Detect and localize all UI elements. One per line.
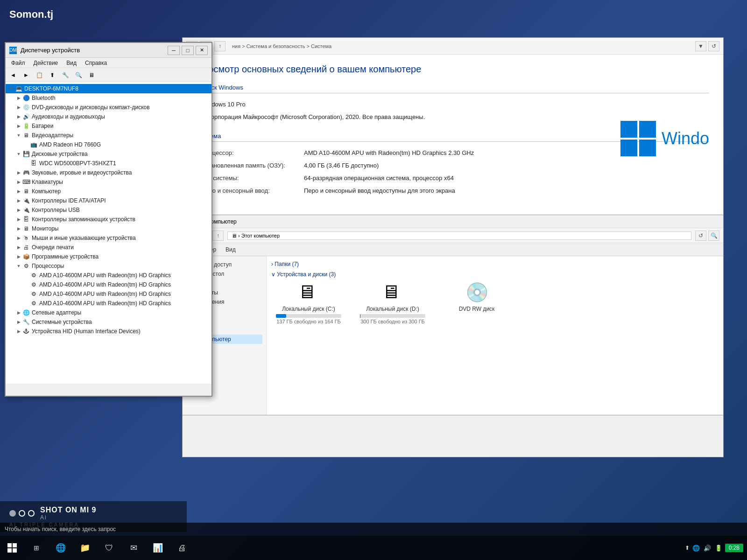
tree-node-storage_ctrl[interactable]: ▶ 🗄 Контроллеры запоминающих устройств	[6, 215, 211, 224]
tree-expander: ▶	[15, 216, 22, 223]
show-desktop-btn[interactable]: ⬆	[685, 545, 690, 551]
tree-icon: 📺	[30, 141, 37, 148]
tree-node-cpu4[interactable]: ⚙ AMD A10-4600M APU with Radeon(tm) HD G…	[6, 299, 211, 308]
toolbar-driver[interactable]: 🔧	[60, 70, 71, 81]
bottom-search-bar: Чтобы начать поиск, введите здесь запрос	[0, 523, 747, 536]
toolbar-update[interactable]: ⬆	[47, 70, 58, 81]
devmgr-icon: DM	[9, 47, 17, 54]
devmgr-menu-item-файл[interactable]: Файл	[7, 59, 29, 67]
tree-icon: ⚙	[30, 272, 37, 279]
search-hint: Чтобы начать поиск, введите здесь запрос	[5, 526, 116, 532]
tree-node-computer[interactable]: ▶ 🖥 Компьютер	[6, 187, 211, 196]
tree-node-audio[interactable]: ▶ 🔊 Аудиовходы и аудиовыходы	[6, 112, 211, 121]
edge-browser-button[interactable]: 🌐	[49, 536, 73, 560]
tree-node-keyboard[interactable]: ▶ ⌨ Клавиатуры	[6, 177, 211, 187]
tree-node-print_queue[interactable]: ▶ 🖨 Очереди печати	[6, 243, 211, 252]
tree-expander: ▶	[15, 113, 22, 120]
tree-icon: 💿	[22, 104, 30, 111]
shot-dot3	[28, 510, 35, 517]
tree-expander	[22, 272, 30, 279]
print-button[interactable]: 🖨	[170, 536, 194, 560]
ram-row: Установленная память (ОЗУ): 4,00 ГБ (3,4…	[197, 159, 709, 172]
tree-node-sys_dev[interactable]: ▶ 🔧 Системные устройства	[6, 317, 211, 327]
tree-node-cpu[interactable]: ▼ ⚙ Процессоры	[6, 261, 211, 271]
toolbar-monitor[interactable]: 🖥	[86, 70, 97, 81]
exp-up[interactable]: ↑	[212, 231, 224, 241]
tree-node-monitors[interactable]: ▶ 🖥 Мониторы	[6, 224, 211, 233]
drive-item[interactable]: 🖥 Локальный диск (C:) 137 ГБ свободно из…	[271, 281, 346, 324]
tree-node-battery[interactable]: ▶ 🔋 Батареи	[6, 121, 211, 131]
devmgr-menu-item-справка[interactable]: Справка	[81, 59, 111, 67]
exp-refresh[interactable]: ↺	[695, 231, 706, 241]
close-button[interactable]: ✕	[196, 46, 208, 55]
tree-expander	[22, 141, 30, 148]
tree-expander: ▶	[15, 318, 22, 326]
devmgr-menu-item-действие[interactable]: Действие	[30, 59, 62, 67]
windows-section-label: Выпуск Windows	[197, 84, 709, 93]
exp-breadcrumb: 🖥 › Этот компьютер	[227, 231, 691, 240]
tree-expander	[22, 300, 30, 307]
network-icon[interactable]: 🌐	[692, 545, 700, 552]
file-explorer-button[interactable]: 📁	[73, 536, 97, 560]
tree-expander: ▶	[15, 169, 22, 176]
tree-node-wdc[interactable]: 🗄 WDC WD5000BPVT-35HXZT1	[6, 159, 211, 168]
start-button[interactable]	[0, 536, 24, 560]
tree-label: Компьютер	[32, 188, 61, 195]
tree-node-hid[interactable]: ▶ 🕹 Устройства HID (Human Interface Devi…	[6, 327, 211, 336]
drives-header: ∨ Устройства и диски (3)	[271, 271, 719, 278]
excel-button[interactable]: 📊	[146, 536, 170, 560]
devmgr-menu-item-вид[interactable]: Вид	[63, 59, 80, 67]
exp-search[interactable]: 🔍	[708, 231, 719, 241]
ribbon-view[interactable]: Вид	[226, 246, 236, 253]
tree-node-soft_dev[interactable]: ▶ 📦 Программные устройства	[6, 252, 211, 261]
tree-node-cpu3[interactable]: ⚙ AMD A10-4600M APU with Radeon(tm) HD G…	[6, 289, 211, 299]
refresh-btn[interactable]: ↺	[708, 41, 719, 51]
tree-node-mice[interactable]: ▶ 🖱 Мыши и иные указывающие устройства	[6, 233, 211, 243]
svg-rect-3	[639, 140, 656, 156]
tree-node-video[interactable]: ▼ 🖥 Видеоадаптеры	[6, 131, 211, 140]
toolbar-properties[interactable]: 📋	[34, 70, 45, 81]
battery-icon[interactable]: 🔋	[715, 545, 722, 552]
tree-label: Контроллеры запоминающих устройств	[32, 216, 135, 223]
sys-type-row: Тип системы: 64-разрядная операционная с…	[197, 172, 709, 184]
mail-button[interactable]: ✉	[121, 536, 146, 560]
maximize-button[interactable]: □	[182, 46, 194, 55]
explorer-main: › Папки (7) ∨ Устройства и диски (3) 🖥 Л…	[267, 256, 723, 415]
tree-node-root[interactable]: ▼ 💻 DESKTOP-6M7NUF8	[6, 84, 211, 93]
explorer-titlebar: 🖥 Этот компьютер	[183, 215, 723, 228]
toolbar-scan[interactable]: 🔍	[73, 70, 84, 81]
tree-node-net[interactable]: ▶ 🌐 Сетевые адаптеры	[6, 308, 211, 317]
drive-item[interactable]: 🖥 Локальный диск (D:) 300 ГБ свободно из…	[355, 281, 430, 324]
toolbar-forward[interactable]: ►	[21, 70, 32, 81]
up-button[interactable]: ↑	[214, 41, 226, 51]
tree-node-cpu2[interactable]: ⚙ AMD A10-4600M APU with Radeon(tm) HD G…	[6, 280, 211, 289]
tree-expander: ▼	[15, 132, 22, 139]
tree-label: AMD A10-4600M APU with Radeon(tm) HD Gra…	[39, 281, 171, 288]
tree-label: Контроллеры IDE ATA/ATAPI	[32, 197, 106, 204]
tree-expander: ▶	[15, 104, 22, 111]
minimize-button[interactable]: ─	[168, 46, 180, 55]
drive-name: DVD RW диск	[459, 306, 495, 312]
tree-node-usb[interactable]: ▶ 🔌 Контроллеры USB	[6, 205, 211, 215]
drive-name: Локальный диск (D:)	[366, 306, 419, 312]
drive-item[interactable]: 💿 DVD RW диск	[439, 281, 514, 324]
tree-node-amd_gpu[interactable]: 📺 AMD Radeon HD 7660G	[6, 140, 211, 149]
toolbar-back[interactable]: ◄	[7, 70, 19, 81]
store-button[interactable]: 🛡	[97, 536, 121, 560]
tree-node-dvd[interactable]: ▶ 💿 DVD-дисководы и дисководы компакт-ди…	[6, 103, 211, 112]
tree-label: Видеоадаптеры	[32, 132, 73, 139]
tree-expander: ▶	[15, 225, 22, 232]
tree-node-cpu1[interactable]: ⚙ AMD A10-4600M APU with Radeon(tm) HD G…	[6, 271, 211, 280]
tree-label: Клавиатуры	[32, 179, 63, 185]
volume-icon[interactable]: 🔊	[704, 545, 711, 552]
tree-node-bluetooth[interactable]: ▶ 🔵 Bluetooth	[6, 93, 211, 103]
tree-node-disk[interactable]: ▼ 💾 Дисковые устройства	[6, 149, 211, 159]
tree-node-ide[interactable]: ▶ 🔌 Контроллеры IDE ATA/ATAPI	[6, 196, 211, 205]
tree-expander: ▶	[15, 234, 22, 242]
tree-label: Батареи	[32, 123, 53, 129]
dropdown-btn[interactable]: ▼	[695, 41, 706, 51]
task-view-button[interactable]: ⊞	[24, 536, 49, 560]
tree-node-sound_game[interactable]: ▶ 🎮 Звуковые, игровые и видеоустройства	[6, 168, 211, 177]
tree-icon: 🔌	[22, 197, 30, 204]
tree-expander: ▼	[15, 262, 22, 270]
